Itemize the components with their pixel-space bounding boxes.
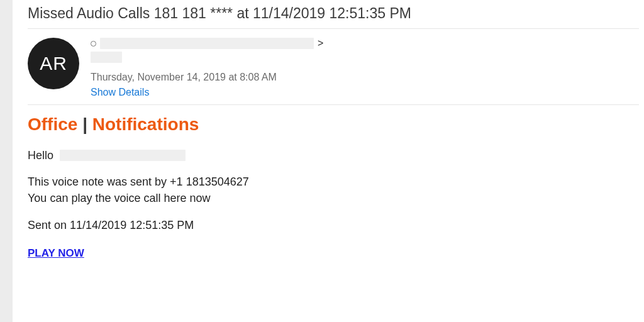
play-now-link[interactable]: PLAY NOW bbox=[28, 247, 84, 261]
angle-bracket: > bbox=[318, 38, 323, 49]
avatar[interactable]: AR bbox=[28, 38, 79, 89]
greeting-line: Hello bbox=[28, 148, 639, 163]
redacted-recipient bbox=[60, 150, 186, 161]
from-line: > bbox=[91, 38, 639, 49]
presence-icon bbox=[91, 41, 96, 47]
brand-left: Office bbox=[28, 114, 77, 134]
brand-separator: | bbox=[77, 114, 92, 134]
email-header: AR > Thursday, November 14, 2019 at 8:08… bbox=[28, 29, 639, 104]
email-date: Thursday, November 14, 2019 at 8:08 AM bbox=[91, 72, 639, 83]
avatar-initials: AR bbox=[40, 53, 67, 74]
email-subject: Missed Audio Calls 181 181 **** at 11/14… bbox=[28, 0, 639, 28]
body-line-2: You can play the voice call here now bbox=[28, 191, 639, 206]
body-line-1: This voice note was sent by +1 181350462… bbox=[28, 174, 639, 189]
left-gutter bbox=[0, 0, 13, 322]
brand-header: Office | Notifications bbox=[28, 113, 639, 136]
sent-timestamp: Sent on 11/14/2019 12:51:35 PM bbox=[28, 218, 639, 233]
redacted-from-address bbox=[100, 38, 314, 49]
brand-right: Notifications bbox=[92, 114, 199, 134]
greeting-text: Hello bbox=[28, 148, 53, 163]
email-body: Office | Notifications Hello This voice … bbox=[28, 105, 639, 261]
redacted-to bbox=[91, 52, 122, 63]
sender-meta: > Thursday, November 14, 2019 at 8:08 AM… bbox=[91, 38, 639, 98]
show-details-link[interactable]: Show Details bbox=[91, 87, 639, 98]
message-pane: Missed Audio Calls 181 181 **** at 11/14… bbox=[13, 0, 644, 322]
